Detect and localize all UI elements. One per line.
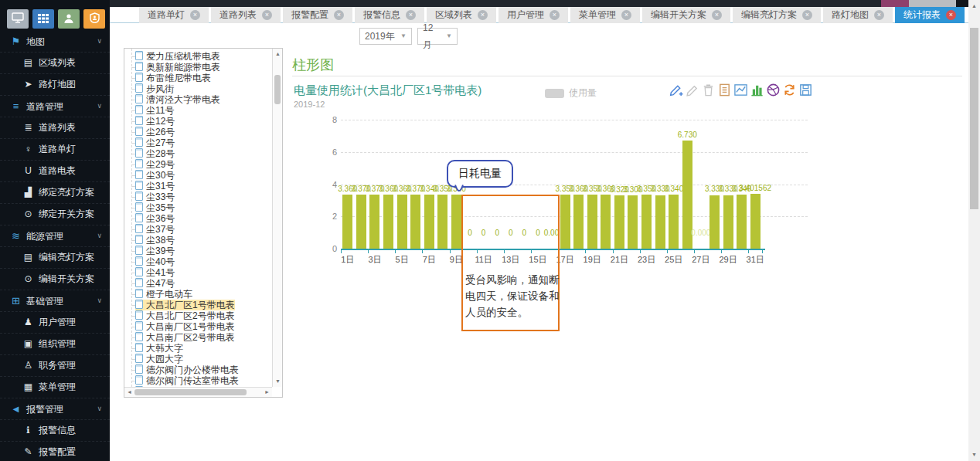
tab-item[interactable]: 报警配置× xyxy=(283,7,352,23)
bar[interactable] xyxy=(451,195,461,249)
bar[interactable] xyxy=(369,195,379,249)
tab-item[interactable]: 编辑开关方案× xyxy=(642,7,730,23)
line-chart-icon[interactable] xyxy=(733,83,748,97)
bar[interactable] xyxy=(750,194,761,249)
bar[interactable] xyxy=(709,195,720,249)
sidebar-group-item[interactable]: ≡道路管理∨ xyxy=(0,96,110,117)
user-button[interactable] xyxy=(58,9,80,29)
sidebar-item[interactable]: U道路电表 xyxy=(0,161,110,182)
bar[interactable] xyxy=(669,195,679,249)
tab-close-icon[interactable]: × xyxy=(874,10,884,20)
tree-item[interactable]: 德尔阀门办公楼带电表 xyxy=(124,364,272,375)
tree-item[interactable]: 橙子电动车 xyxy=(124,289,272,300)
save-image-icon[interactable] xyxy=(798,83,813,97)
bar[interactable] xyxy=(342,195,352,249)
bar[interactable] xyxy=(573,195,584,249)
tree-item[interactable]: 尘39号 xyxy=(124,246,272,256)
tree-item[interactable]: 大园大字 xyxy=(124,354,272,364)
tab-item[interactable]: 报警信息× xyxy=(355,7,424,23)
refresh-icon[interactable] xyxy=(782,83,797,97)
tree-item[interactable]: 尘26号 xyxy=(124,127,272,137)
sidebar-item[interactable]: ▣组织管理 xyxy=(0,334,110,355)
scroll-left-icon[interactable]: ◄ xyxy=(124,388,134,397)
year-select[interactable]: 2019年 ▼ xyxy=(359,28,412,45)
monitor-button[interactable] xyxy=(7,9,29,29)
tree-item[interactable]: 大昌南厂区2号带电表 xyxy=(124,332,272,343)
tab-close-icon[interactable]: × xyxy=(190,10,200,20)
tree-item[interactable]: 尘27号 xyxy=(124,137,272,148)
tree-item[interactable]: 漕河泾大字带电表 xyxy=(124,94,272,105)
tree-item[interactable]: 尘30号 xyxy=(124,170,272,181)
tab-close-icon[interactable]: × xyxy=(262,10,272,20)
tree-item[interactable]: 大昌北厂区1号带电表 xyxy=(124,300,272,310)
tree-item[interactable]: 尘47号 xyxy=(124,278,272,289)
tree-item[interactable]: 尘12号 xyxy=(124,116,272,127)
bar[interactable] xyxy=(356,195,366,249)
bar[interactable] xyxy=(397,195,407,249)
tree-item[interactable]: 尘33号 xyxy=(124,192,272,202)
tab-close-icon[interactable]: × xyxy=(478,10,488,20)
sidebar-group-item[interactable]: ⊞基础管理∨ xyxy=(0,290,110,312)
sidebar-item[interactable]: ▟绑定亮灯方案 xyxy=(0,182,110,204)
tree-item[interactable]: 布雷维尼带电表 xyxy=(124,73,272,83)
sidebar-item[interactable]: ⊙编辑开关方案 xyxy=(0,269,110,290)
bar[interactable] xyxy=(437,195,447,249)
tab-close-icon[interactable]: × xyxy=(550,10,560,20)
tree-hscroll-thumb[interactable] xyxy=(134,389,247,395)
sidebar-item[interactable]: ≣道路列表 xyxy=(0,117,110,139)
scroll-right-icon[interactable]: ► xyxy=(262,388,272,397)
tab-close-icon[interactable]: × xyxy=(946,10,956,20)
tree-item[interactable]: 步风街 xyxy=(124,83,272,94)
tab-close-icon[interactable]: × xyxy=(334,10,344,20)
tree-item[interactable]: 德尔阀门传达室带电表 xyxy=(124,375,272,386)
tree-item[interactable]: 尘29号 xyxy=(124,159,272,170)
bar[interactable] xyxy=(628,195,638,249)
tree-item[interactable]: 尘37号 xyxy=(124,224,272,235)
grid-button[interactable] xyxy=(32,9,54,29)
scroll-up-icon[interactable]: ▲ xyxy=(968,2,980,11)
annotate-add-icon[interactable] xyxy=(669,83,683,97)
tab-item[interactable]: 道路列表× xyxy=(211,7,281,23)
edit-icon-disabled[interactable] xyxy=(685,83,699,97)
bar[interactable] xyxy=(410,195,420,249)
bar[interactable] xyxy=(424,195,434,249)
bar[interactable] xyxy=(560,195,570,249)
tab-item[interactable]: 路灯地图× xyxy=(823,7,893,23)
tab-close-icon[interactable]: × xyxy=(406,10,416,20)
sidebar-item[interactable]: ▤编辑亮灯方案 xyxy=(0,247,110,269)
tab-item[interactable]: 编辑亮灯方案× xyxy=(733,7,821,23)
tree-item[interactable]: 尘40号 xyxy=(124,256,272,267)
bar[interactable] xyxy=(383,195,393,249)
bar-chart-icon[interactable] xyxy=(750,83,764,97)
delete-icon-disabled[interactable] xyxy=(701,83,716,97)
sidebar-item[interactable]: ▤区域列表 xyxy=(0,53,110,74)
sidebar-item[interactable]: ♙职务管理 xyxy=(0,355,110,377)
sidebar-group-item[interactable]: ≋能源管理∨ xyxy=(0,225,110,247)
tree-item[interactable]: 尘41号 xyxy=(124,267,272,278)
tree-item[interactable]: 大昌南厂区1号带电表 xyxy=(124,321,272,332)
page-scroll-thumb[interactable] xyxy=(970,28,978,209)
tab-close-icon[interactable]: × xyxy=(712,10,722,20)
tab-close-icon[interactable]: × xyxy=(621,10,631,20)
sidebar-group-item[interactable]: ◄报警管理∨ xyxy=(0,398,110,420)
data-view-icon[interactable] xyxy=(717,83,732,97)
sidebar-group-item[interactable]: ⚑地图∨ xyxy=(0,31,110,53)
bar[interactable] xyxy=(655,195,665,249)
bar[interactable] xyxy=(614,195,624,249)
tree-vertical-scrollbar[interactable]: ▲ ▼ xyxy=(272,49,282,387)
pie-chart-icon[interactable] xyxy=(766,83,781,97)
tree-item[interactable]: 尘35号 xyxy=(124,202,272,213)
tree-item[interactable]: 尘11号 xyxy=(124,105,272,116)
bar[interactable] xyxy=(641,195,652,249)
sidebar-item[interactable]: ✎报警配置 xyxy=(0,442,110,461)
scroll-down-icon[interactable]: ▼ xyxy=(968,450,980,459)
sidebar-item[interactable]: ▦菜单管理 xyxy=(0,377,110,398)
sidebar-item[interactable]: ♀道路单灯 xyxy=(0,139,110,161)
scroll-down-icon[interactable]: ▼ xyxy=(273,377,283,386)
tree-item[interactable]: 大韩大字 xyxy=(124,343,272,354)
tree-item[interactable]: 尘38号 xyxy=(124,235,272,246)
bar[interactable] xyxy=(737,195,747,249)
tree-item[interactable]: 奥新新能源带电表 xyxy=(124,62,272,73)
tree-item[interactable]: 尘31号 xyxy=(124,181,272,192)
tab-item[interactable]: 用户管理× xyxy=(499,7,568,23)
